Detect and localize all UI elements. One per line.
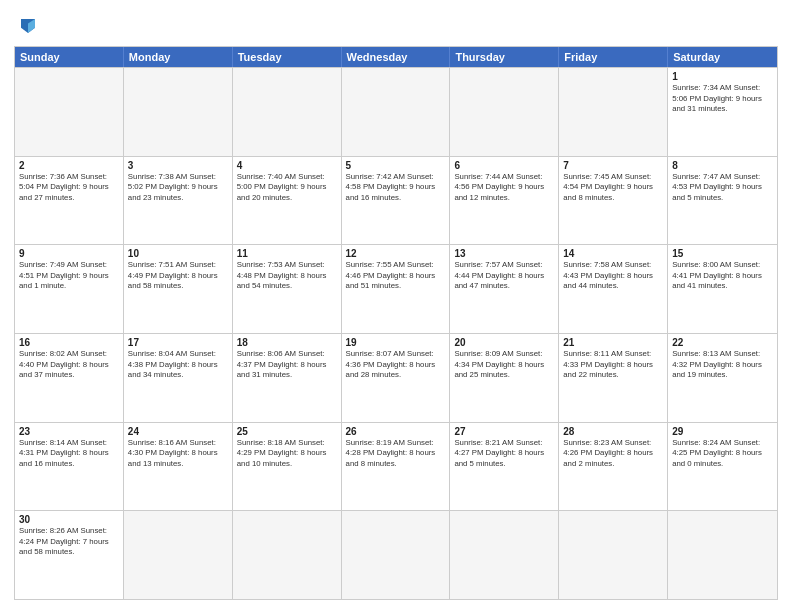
day-info: Sunrise: 8:19 AM Sunset: 4:28 PM Dayligh… xyxy=(346,438,446,470)
calendar-cell: 11Sunrise: 7:53 AM Sunset: 4:48 PM Dayli… xyxy=(233,245,342,333)
calendar-cell: 15Sunrise: 8:00 AM Sunset: 4:41 PM Dayli… xyxy=(668,245,777,333)
weekday-header-tuesday: Tuesday xyxy=(233,47,342,67)
calendar-cell: 21Sunrise: 8:11 AM Sunset: 4:33 PM Dayli… xyxy=(559,334,668,422)
page: SundayMondayTuesdayWednesdayThursdayFrid… xyxy=(0,0,792,612)
day-info: Sunrise: 8:06 AM Sunset: 4:37 PM Dayligh… xyxy=(237,349,337,381)
calendar-body: 1Sunrise: 7:34 AM Sunset: 5:06 PM Daylig… xyxy=(15,67,777,599)
calendar-cell xyxy=(559,511,668,599)
weekday-header-friday: Friday xyxy=(559,47,668,67)
day-number: 2 xyxy=(19,160,119,171)
calendar-cell: 6Sunrise: 7:44 AM Sunset: 4:56 PM Daylig… xyxy=(450,157,559,245)
calendar-week-3: 9Sunrise: 7:49 AM Sunset: 4:51 PM Daylig… xyxy=(15,244,777,333)
day-number: 17 xyxy=(128,337,228,348)
day-info: Sunrise: 8:16 AM Sunset: 4:30 PM Dayligh… xyxy=(128,438,228,470)
day-info: Sunrise: 8:11 AM Sunset: 4:33 PM Dayligh… xyxy=(563,349,663,381)
day-info: Sunrise: 7:47 AM Sunset: 4:53 PM Dayligh… xyxy=(672,172,773,204)
day-info: Sunrise: 8:14 AM Sunset: 4:31 PM Dayligh… xyxy=(19,438,119,470)
calendar-cell: 26Sunrise: 8:19 AM Sunset: 4:28 PM Dayli… xyxy=(342,423,451,511)
day-number: 20 xyxy=(454,337,554,348)
day-number: 6 xyxy=(454,160,554,171)
calendar: SundayMondayTuesdayWednesdayThursdayFrid… xyxy=(14,46,778,600)
day-info: Sunrise: 8:21 AM Sunset: 4:27 PM Dayligh… xyxy=(454,438,554,470)
day-info: Sunrise: 7:36 AM Sunset: 5:04 PM Dayligh… xyxy=(19,172,119,204)
calendar-cell: 12Sunrise: 7:55 AM Sunset: 4:46 PM Dayli… xyxy=(342,245,451,333)
calendar-cell xyxy=(450,511,559,599)
day-number: 10 xyxy=(128,248,228,259)
day-number: 23 xyxy=(19,426,119,437)
day-number: 24 xyxy=(128,426,228,437)
calendar-cell: 20Sunrise: 8:09 AM Sunset: 4:34 PM Dayli… xyxy=(450,334,559,422)
day-number: 14 xyxy=(563,248,663,259)
calendar-cell: 4Sunrise: 7:40 AM Sunset: 5:00 PM Daylig… xyxy=(233,157,342,245)
day-number: 15 xyxy=(672,248,773,259)
calendar-cell xyxy=(124,68,233,156)
day-info: Sunrise: 7:58 AM Sunset: 4:43 PM Dayligh… xyxy=(563,260,663,292)
calendar-cell: 9Sunrise: 7:49 AM Sunset: 4:51 PM Daylig… xyxy=(15,245,124,333)
day-number: 19 xyxy=(346,337,446,348)
calendar-cell: 23Sunrise: 8:14 AM Sunset: 4:31 PM Dayli… xyxy=(15,423,124,511)
weekday-header-sunday: Sunday xyxy=(15,47,124,67)
calendar-cell xyxy=(233,511,342,599)
day-number: 16 xyxy=(19,337,119,348)
calendar-cell xyxy=(342,68,451,156)
calendar-cell xyxy=(15,68,124,156)
calendar-week-5: 23Sunrise: 8:14 AM Sunset: 4:31 PM Dayli… xyxy=(15,422,777,511)
weekday-header-wednesday: Wednesday xyxy=(342,47,451,67)
day-info: Sunrise: 8:07 AM Sunset: 4:36 PM Dayligh… xyxy=(346,349,446,381)
weekday-header-monday: Monday xyxy=(124,47,233,67)
day-info: Sunrise: 7:53 AM Sunset: 4:48 PM Dayligh… xyxy=(237,260,337,292)
day-number: 26 xyxy=(346,426,446,437)
calendar-cell xyxy=(559,68,668,156)
day-info: Sunrise: 8:04 AM Sunset: 4:38 PM Dayligh… xyxy=(128,349,228,381)
day-info: Sunrise: 8:09 AM Sunset: 4:34 PM Dayligh… xyxy=(454,349,554,381)
logo xyxy=(14,12,46,40)
day-number: 4 xyxy=(237,160,337,171)
day-number: 1 xyxy=(672,71,773,82)
calendar-cell: 5Sunrise: 7:42 AM Sunset: 4:58 PM Daylig… xyxy=(342,157,451,245)
calendar-cell xyxy=(450,68,559,156)
calendar-cell: 19Sunrise: 8:07 AM Sunset: 4:36 PM Dayli… xyxy=(342,334,451,422)
day-info: Sunrise: 7:51 AM Sunset: 4:49 PM Dayligh… xyxy=(128,260,228,292)
calendar-week-2: 2Sunrise: 7:36 AM Sunset: 5:04 PM Daylig… xyxy=(15,156,777,245)
calendar-cell: 13Sunrise: 7:57 AM Sunset: 4:44 PM Dayli… xyxy=(450,245,559,333)
day-info: Sunrise: 8:23 AM Sunset: 4:26 PM Dayligh… xyxy=(563,438,663,470)
generalblue-logo-icon xyxy=(14,12,42,40)
calendar-cell: 3Sunrise: 7:38 AM Sunset: 5:02 PM Daylig… xyxy=(124,157,233,245)
day-number: 8 xyxy=(672,160,773,171)
calendar-cell xyxy=(124,511,233,599)
calendar-week-1: 1Sunrise: 7:34 AM Sunset: 5:06 PM Daylig… xyxy=(15,67,777,156)
calendar-cell: 7Sunrise: 7:45 AM Sunset: 4:54 PM Daylig… xyxy=(559,157,668,245)
calendar-cell: 1Sunrise: 7:34 AM Sunset: 5:06 PM Daylig… xyxy=(668,68,777,156)
calendar-cell: 16Sunrise: 8:02 AM Sunset: 4:40 PM Dayli… xyxy=(15,334,124,422)
day-number: 7 xyxy=(563,160,663,171)
day-number: 12 xyxy=(346,248,446,259)
calendar-cell: 29Sunrise: 8:24 AM Sunset: 4:25 PM Dayli… xyxy=(668,423,777,511)
day-info: Sunrise: 7:34 AM Sunset: 5:06 PM Dayligh… xyxy=(672,83,773,115)
weekday-header-saturday: Saturday xyxy=(668,47,777,67)
day-number: 21 xyxy=(563,337,663,348)
calendar-cell: 17Sunrise: 8:04 AM Sunset: 4:38 PM Dayli… xyxy=(124,334,233,422)
day-info: Sunrise: 7:40 AM Sunset: 5:00 PM Dayligh… xyxy=(237,172,337,204)
calendar-week-4: 16Sunrise: 8:02 AM Sunset: 4:40 PM Dayli… xyxy=(15,333,777,422)
calendar-cell: 10Sunrise: 7:51 AM Sunset: 4:49 PM Dayli… xyxy=(124,245,233,333)
calendar-cell xyxy=(342,511,451,599)
calendar-cell: 24Sunrise: 8:16 AM Sunset: 4:30 PM Dayli… xyxy=(124,423,233,511)
day-number: 25 xyxy=(237,426,337,437)
day-info: Sunrise: 7:38 AM Sunset: 5:02 PM Dayligh… xyxy=(128,172,228,204)
day-number: 22 xyxy=(672,337,773,348)
day-number: 11 xyxy=(237,248,337,259)
calendar-cell: 27Sunrise: 8:21 AM Sunset: 4:27 PM Dayli… xyxy=(450,423,559,511)
day-number: 18 xyxy=(237,337,337,348)
calendar-cell xyxy=(668,511,777,599)
day-number: 9 xyxy=(19,248,119,259)
day-info: Sunrise: 7:49 AM Sunset: 4:51 PM Dayligh… xyxy=(19,260,119,292)
day-info: Sunrise: 7:44 AM Sunset: 4:56 PM Dayligh… xyxy=(454,172,554,204)
day-number: 13 xyxy=(454,248,554,259)
day-info: Sunrise: 8:26 AM Sunset: 4:24 PM Dayligh… xyxy=(19,526,119,558)
calendar-week-6: 30Sunrise: 8:26 AM Sunset: 4:24 PM Dayli… xyxy=(15,510,777,599)
calendar-cell: 30Sunrise: 8:26 AM Sunset: 4:24 PM Dayli… xyxy=(15,511,124,599)
day-info: Sunrise: 8:24 AM Sunset: 4:25 PM Dayligh… xyxy=(672,438,773,470)
day-info: Sunrise: 8:02 AM Sunset: 4:40 PM Dayligh… xyxy=(19,349,119,381)
day-info: Sunrise: 8:13 AM Sunset: 4:32 PM Dayligh… xyxy=(672,349,773,381)
calendar-cell: 28Sunrise: 8:23 AM Sunset: 4:26 PM Dayli… xyxy=(559,423,668,511)
